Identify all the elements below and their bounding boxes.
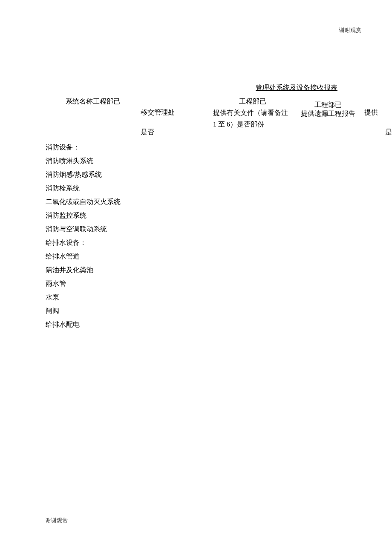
list-item: 消防与空调联动系统 [46,222,121,236]
col3-line2: 提供有关文件（请看备注 1 至 6）是否部份 [213,107,292,130]
footer-watermark: 谢谢观赏 [46,517,68,524]
col-report: 工程部已 提供遗漏工程报告 [292,95,364,118]
list-item: 水泵 [46,290,121,304]
document-title: 管理处系统及设备接收报表 [256,83,337,92]
list-item: 消防监控系统 [46,209,121,222]
system-list: 消防设备： 消防喷淋头系统 消防烟感/热感系统 消防栓系统 二氧化碳或自动灭火系… [46,141,121,331]
list-item: 雨水管 [46,277,121,290]
list-item: 消防烟感/热感系统 [46,168,121,181]
col4-line2: 提供遗漏工程报告 [292,109,364,118]
col2-yesno: 是否 [141,128,213,137]
list-item: 消防栓系统 [46,181,121,195]
list-item: 二氧化碳或自动灭火系统 [46,195,121,209]
list-item: 给排水管道 [46,250,121,263]
list-item: 消防喷淋头系统 [46,154,121,168]
col3-line1: 工程部已 [213,95,292,107]
col4-line1: 工程部已 [292,101,364,109]
table-header-row2: 是否 是 [45,128,392,137]
col3-spacer [213,128,292,137]
col-system-name: 系统名称工程部已 [45,95,141,106]
col-handover: 移交管理处 [141,95,213,117]
list-item: 隔油井及化粪池 [46,263,121,277]
table-header-row1: 系统名称工程部已 移交管理处 工程部已 提供有关文件（请看备注 1 至 6）是否… [45,95,392,130]
col-documents: 工程部已 提供有关文件（请看备注 1 至 6）是否部份 [213,95,292,130]
list-item: 给排水配电 [46,318,121,331]
header-watermark: 谢谢观赏 [339,26,361,34]
list-item: 闸阀 [46,304,121,318]
list-item: 消防设备： [46,141,121,154]
col5-yes: 是 [292,128,392,137]
list-item: 给排水设备： [46,236,121,250]
col-provide: 提供 [364,95,390,117]
